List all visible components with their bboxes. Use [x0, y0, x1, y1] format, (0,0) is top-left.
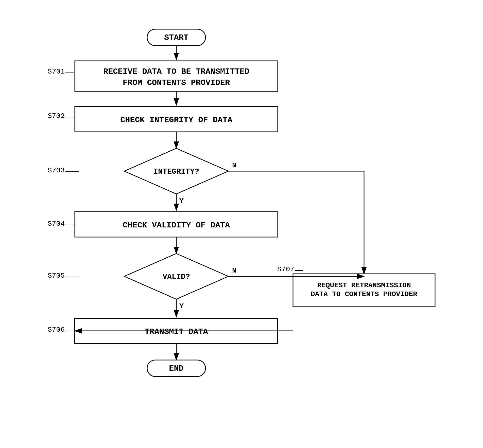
s703-n-label: N — [232, 162, 236, 169]
s705-text: VALID? — [163, 273, 190, 281]
flowchart-container: START S701 RECEIVE DATA TO BE TRANSMITTE… — [0, 0, 483, 448]
s702-label: S702 — [48, 112, 65, 120]
s702-text: CHECK INTEGRITY OF DATA — [120, 115, 232, 125]
s705-y-label: Y — [179, 302, 184, 310]
s701-label: S701 — [48, 68, 65, 76]
s707-label: S707 — [277, 265, 294, 273]
end-label: END — [169, 364, 184, 373]
s704-text: CHECK VALIDITY OF DATA — [123, 221, 230, 230]
s703-y-label: Y — [179, 197, 184, 205]
s706-label: S706 — [48, 326, 65, 334]
s703-text: INTEGRITY? — [153, 167, 199, 176]
s704-label: S704 — [48, 220, 65, 228]
s707-text-line1: REQUEST RETRANSMISSION — [317, 281, 411, 289]
start-label: START — [164, 33, 188, 42]
s705-label: S705 — [48, 272, 65, 280]
s707-text-line2: DATA TO CONTENTS PROVIDER — [311, 290, 417, 298]
s703-label: S703 — [48, 167, 65, 174]
s705-n-label: N — [232, 267, 236, 275]
s701-text-line1: RECEIVE DATA TO BE TRANSMITTED — [103, 67, 249, 76]
s706-text: TRANSMIT DATA — [145, 327, 208, 336]
s701-text-line2: FROM CONTENTS PROVIDER — [123, 78, 230, 87]
